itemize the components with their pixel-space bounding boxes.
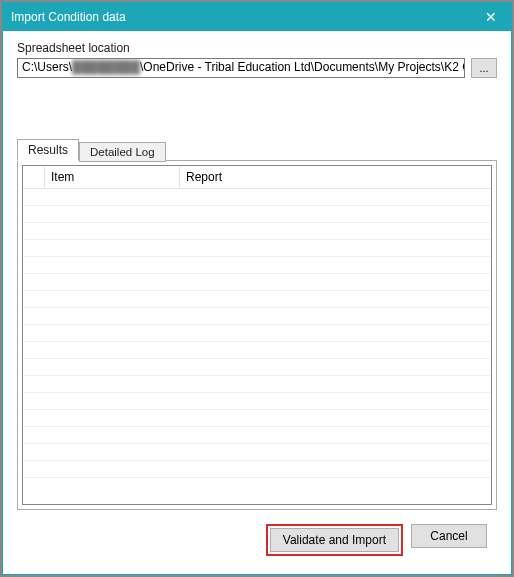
col-item-header[interactable]: Item xyxy=(45,166,180,188)
col-report-header[interactable]: Report xyxy=(180,166,491,188)
cancel-button[interactable]: Cancel xyxy=(411,524,487,548)
results-grid: Item Report xyxy=(22,165,492,505)
grid-row xyxy=(23,240,491,257)
grid-row xyxy=(23,393,491,410)
grid-row xyxy=(23,257,491,274)
grid-row xyxy=(23,444,491,461)
validate-import-button[interactable]: Validate and Import xyxy=(270,528,399,552)
location-input[interactable]: C:\Users\████████\OneDrive - Tribal Educ… xyxy=(17,58,465,78)
dialog-footer: Validate and Import Cancel xyxy=(17,510,497,566)
grid-header: Item Report xyxy=(23,166,491,189)
grid-row xyxy=(23,376,491,393)
close-icon: ✕ xyxy=(485,9,497,25)
path-redacted: ████████ xyxy=(72,60,140,74)
path-suffix: \OneDrive - Tribal Education Ltd\Documen… xyxy=(140,60,465,74)
browse-button[interactable]: ... xyxy=(471,58,497,78)
grid-row xyxy=(23,291,491,308)
location-row: C:\Users\████████\OneDrive - Tribal Educ… xyxy=(17,58,497,78)
grid-row xyxy=(23,410,491,427)
grid-row xyxy=(23,189,491,206)
grid-row xyxy=(23,325,491,342)
location-label: Spreadsheet location xyxy=(17,41,497,55)
titlebar: Import Condition data ✕ xyxy=(3,3,511,31)
grid-row xyxy=(23,359,491,376)
tabstrip: Results Detailed Log xyxy=(17,138,497,160)
grid-row xyxy=(23,274,491,291)
col-indicator xyxy=(23,166,45,188)
dialog-window: Import Condition data ✕ Spreadsheet loca… xyxy=(2,2,512,575)
grid-row xyxy=(23,427,491,444)
dialog-content: Spreadsheet location C:\Users\████████\O… xyxy=(3,31,511,574)
window-title: Import Condition data xyxy=(11,10,471,24)
grid-row xyxy=(23,206,491,223)
tab-results[interactable]: Results xyxy=(17,139,79,161)
path-prefix: C:\Users\ xyxy=(22,60,72,74)
tab-detailed-log[interactable]: Detailed Log xyxy=(79,142,166,162)
grid-row xyxy=(23,308,491,325)
primary-action-highlight: Validate and Import xyxy=(266,524,403,556)
grid-row xyxy=(23,342,491,359)
close-button[interactable]: ✕ xyxy=(471,3,511,31)
grid-row xyxy=(23,461,491,478)
grid-row xyxy=(23,223,491,240)
grid-body xyxy=(23,189,491,504)
tab-panel-results: Item Report xyxy=(17,160,497,510)
